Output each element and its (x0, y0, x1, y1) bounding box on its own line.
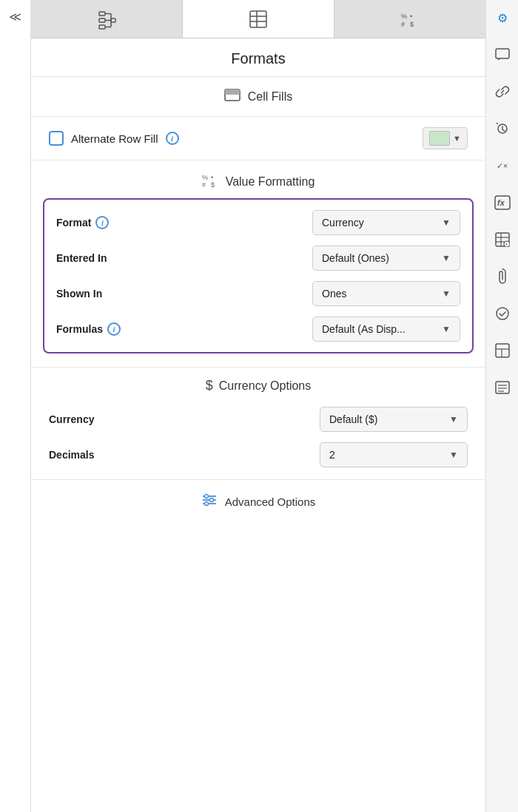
currency-rows: Currency Default ($) ▼ Decimals 2 ▼ (31, 401, 485, 479)
svg-rect-7 (111, 18, 115, 22)
sidebar-icon-layout[interactable] (491, 339, 514, 362)
svg-point-37 (497, 308, 508, 319)
sidebar-icon-clip[interactable] (491, 265, 514, 288)
dollar-sign-icon: $ (206, 378, 213, 393)
currency-label: Currency (49, 413, 94, 425)
currency-options-title: Currency Options (219, 379, 312, 393)
sidebar-icon-list[interactable] (491, 376, 514, 399)
svg-text:fx: fx (497, 198, 505, 207)
format-row-label: Format i (56, 216, 109, 229)
alternate-row-fill-section: Alternate Row Fill i ▼ (31, 117, 485, 160)
panel-title: Formats (31, 38, 485, 77)
decimals-dropdown-arrow: ▼ (449, 450, 458, 460)
formulas-row: Formulas i Default (As Disp... ▼ (56, 317, 460, 342)
shown-in-dropdown-arrow: ▼ (442, 288, 451, 299)
svg-point-27 (204, 502, 208, 506)
collapse-panel-button[interactable]: ≫ (0, 0, 31, 812)
entered-in-dropdown[interactable]: Default (Ones) ▼ (312, 246, 460, 271)
formulas-dropdown-value: Default (As Disp... (322, 323, 406, 335)
currency-row: Currency Default ($) ▼ (49, 407, 468, 432)
svg-text:#: # (202, 181, 206, 189)
tab-hierarchy[interactable] (31, 0, 183, 38)
alternate-row-fill-checkbox[interactable] (49, 131, 64, 146)
format-dropdown-value: Currency (322, 217, 364, 229)
advanced-options-label: Advanced Options (225, 495, 316, 508)
decimals-label: Decimals (49, 449, 94, 461)
decimals-row: Decimals 2 ▼ (49, 442, 468, 467)
panel-content: Formats Cell Fills Alternate Row Fill i … (31, 38, 485, 812)
alternate-row-fill-color-picker[interactable]: ▼ (423, 127, 468, 149)
svg-rect-17 (225, 89, 240, 95)
chevron-down-icon: ▼ (453, 134, 461, 143)
advanced-options-button[interactable]: Advanced Options (31, 479, 485, 523)
sidebar-icon-table-edit[interactable]: + (491, 228, 514, 251)
shown-in-dropdown[interactable]: Ones ▼ (312, 281, 460, 306)
sidebar-icon-gear[interactable]: ⚙ (491, 6, 514, 30)
cell-fills-icon (224, 89, 240, 104)
tab-format[interactable]: % • # $ (334, 0, 485, 38)
formulas-dropdown-arrow: ▼ (442, 324, 451, 334)
svg-text:%: % (401, 13, 407, 20)
decimals-dropdown[interactable]: 2 ▼ (320, 442, 468, 467)
currency-dropdown-value: Default ($) (329, 413, 377, 425)
shown-in-label: Shown In (56, 288, 102, 300)
format-info-icon[interactable]: i (95, 216, 109, 229)
svg-rect-38 (496, 344, 509, 357)
sidebar-icon-check-x[interactable]: ✓× (491, 154, 514, 177)
svg-rect-8 (250, 11, 266, 27)
currency-dropdown[interactable]: Default ($) ▼ (320, 407, 468, 432)
svg-text:$: $ (410, 21, 414, 28)
svg-point-26 (209, 498, 213, 502)
entered-in-dropdown-arrow: ▼ (442, 253, 451, 263)
entered-in-dropdown-value: Default (Ones) (322, 252, 389, 264)
svg-text:•: • (410, 13, 412, 20)
svg-rect-1 (99, 18, 105, 22)
sidebar-icon-check-circle[interactable] (491, 302, 514, 325)
entered-in-label: Entered In (56, 252, 107, 264)
value-formatting-icon: % • # $ (202, 172, 220, 191)
alternate-row-fill-info-icon[interactable]: i (166, 132, 179, 145)
cell-fills-section: Cell Fills (31, 77, 485, 117)
svg-text:#: # (401, 21, 405, 28)
color-swatch-preview (429, 131, 450, 146)
currency-options-header: $ Currency Options (31, 367, 485, 401)
entered-in-row: Entered In Default (Ones) ▼ (56, 246, 460, 271)
tab-table[interactable] (183, 0, 334, 38)
svg-text:•: • (211, 174, 213, 181)
svg-text:%: % (202, 174, 208, 181)
svg-text:$: $ (211, 181, 215, 189)
svg-rect-28 (496, 49, 509, 58)
format-dropdown-arrow: ▼ (442, 217, 451, 228)
format-options-box: Format i Currency ▼ Entered In Default (… (43, 198, 474, 353)
value-formatting-header: % • # $ Value Formatting (31, 160, 485, 198)
top-tabs: % • # $ (31, 0, 485, 38)
currency-dropdown-arrow: ▼ (449, 414, 458, 424)
shown-in-row: Shown In Ones ▼ (56, 281, 460, 306)
sidebar-icon-comment[interactable] (491, 43, 514, 67)
sidebar-icon-fx[interactable]: fx (491, 191, 514, 214)
right-sidebar: ⚙ ✓× fx + (485, 0, 518, 812)
svg-point-25 (204, 495, 208, 498)
decimals-dropdown-value: 2 (329, 449, 335, 461)
svg-rect-2 (99, 25, 105, 29)
format-dropdown[interactable]: Currency ▼ (312, 210, 460, 235)
shown-in-dropdown-value: Ones (322, 288, 346, 300)
formulas-dropdown[interactable]: Default (As Disp... ▼ (312, 317, 460, 342)
svg-text:+: + (505, 242, 508, 247)
format-row: Format i Currency ▼ (56, 210, 460, 235)
cell-fills-label: Cell Fills (248, 90, 292, 104)
alternate-row-fill-label: Alternate Row Fill (71, 132, 158, 145)
svg-rect-0 (99, 12, 105, 16)
sidebar-icon-history[interactable] (491, 117, 514, 141)
formulas-info-icon[interactable]: i (107, 322, 121, 336)
sidebar-icon-link[interactable] (491, 80, 514, 104)
formulas-label: Formulas i (56, 322, 121, 336)
advanced-options-icon (201, 493, 218, 510)
value-formatting-title: Value Formatting (226, 175, 315, 189)
